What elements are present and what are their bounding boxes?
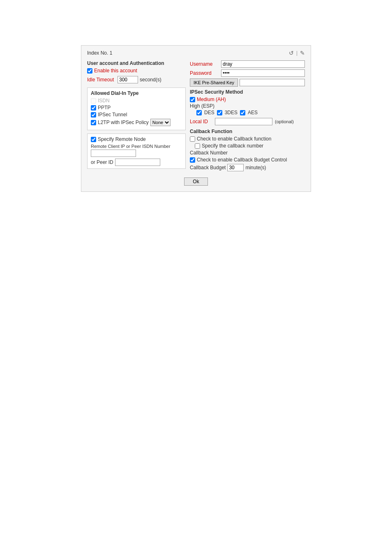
callback-title: Callback Function [190, 129, 305, 134]
callback-budget-input[interactable] [227, 164, 244, 171]
ipsec-tunnel-label: IPSec Tunnel [98, 112, 127, 117]
main-dialog: Index No. 1 ↺ | ✎ User account and Authe… [81, 45, 311, 192]
username-row: Username [190, 60, 305, 68]
peer-id-input[interactable] [115, 159, 160, 166]
callback-budget-unit: minute(s) [245, 165, 266, 170]
ike-key-row: IKE Pre-Shared Key [190, 78, 305, 87]
local-id-optional: (optional) [275, 119, 294, 124]
aes-checkbox[interactable] [240, 110, 245, 115]
enable-account-label: Enable this account [94, 68, 137, 74]
pptp-checkbox[interactable] [91, 105, 96, 111]
ike-key-input[interactable] [240, 79, 305, 86]
edit-icon[interactable]: ✎ [300, 50, 305, 56]
idle-timeout-input[interactable] [118, 76, 138, 83]
idle-timeout-row: Idle Timeout second(s) [87, 76, 186, 83]
budget-control-checkbox[interactable] [190, 157, 195, 163]
idle-timeout-unit: second(s) [140, 77, 161, 83]
des-label: DES [204, 110, 214, 115]
enable-callback-row: Check to enable Callback function [190, 136, 305, 142]
l2tp-label: L2TP with IPSec Policy [98, 120, 149, 125]
password-row: Password [190, 69, 305, 77]
password-label: Password [190, 70, 219, 76]
dialog-title: Index No. 1 [87, 50, 112, 56]
specify-remote-label: Specify Remote Node [98, 136, 146, 142]
3des-checkbox[interactable] [217, 110, 222, 115]
medium-ah-row: Medium (AH) [190, 97, 305, 102]
enable-callback-checkbox[interactable] [190, 136, 195, 142]
3des-group: 3DES [217, 110, 238, 115]
local-id-row: Local ID (optional) [190, 118, 305, 125]
dial-in-box: Allowed Dial-In Type ISDN PPTP IPS [87, 88, 186, 130]
user-auth-title: User account and Authentication [87, 60, 186, 66]
ok-button[interactable]: Ok [184, 177, 208, 186]
enable-account-row: Enable this account [87, 68, 186, 74]
isdn-checkbox[interactable] [91, 98, 96, 104]
idle-timeout-label: Idle Timeout [87, 77, 116, 83]
specify-callback-row: Specify the callback number [190, 143, 305, 149]
specify-remote-checkbox[interactable] [91, 137, 96, 142]
callback-budget-label: Callback Budget [190, 165, 226, 170]
password-input[interactable] [221, 69, 305, 77]
aes-group: AES [240, 110, 258, 115]
refresh-icon[interactable]: ↺ [289, 50, 294, 56]
username-label: Username [190, 61, 219, 67]
des-checkbox[interactable] [196, 110, 202, 115]
dialog-header: Index No. 1 ↺ | ✎ [87, 50, 305, 56]
remote-ip-input[interactable] [91, 150, 136, 157]
budget-control-label: Check to enable Callback Budget Control [197, 157, 287, 163]
ipsec-method-title: IPSec Security Method [190, 89, 305, 95]
l2tp-row: L2TP with IPSec Policy None [91, 119, 182, 126]
local-id-label: Local ID [190, 119, 212, 124]
isdn-label: ISDN [98, 98, 110, 104]
budget-control-row: Check to enable Callback Budget Control [190, 157, 305, 163]
callback-number-label: Callback Number [190, 150, 228, 156]
enable-account-checkbox[interactable] [87, 68, 92, 74]
icon-separator: | [296, 50, 297, 56]
peer-id-row: or Peer ID [91, 159, 182, 166]
ipsec-tunnel-row: IPSec Tunnel [91, 112, 182, 117]
specify-callback-label: Specify the callback number [202, 143, 263, 149]
enable-callback-label: Check to enable Callback function [197, 136, 271, 142]
isdn-row: ISDN [91, 98, 182, 104]
dial-in-title: Allowed Dial-In Type [91, 90, 182, 96]
l2tp-policy-select[interactable]: None [150, 119, 171, 126]
encryption-row: DES 3DES AES [190, 110, 305, 115]
medium-ah-label: Medium (AH) [197, 97, 226, 102]
high-esp-row: High (ESP) [190, 103, 305, 109]
left-panel: User account and Authentication Enable t… [87, 60, 186, 173]
pptp-label: PPTP [98, 105, 111, 111]
specify-callback-checkbox[interactable] [195, 143, 200, 149]
main-content: User account and Authentication Enable t… [87, 60, 305, 173]
des-group: DES [196, 110, 214, 115]
local-id-input[interactable] [215, 118, 272, 125]
high-esp-label: High (ESP) [190, 103, 214, 109]
3des-label: 3DES [225, 110, 238, 115]
callback-number-row: Callback Number [190, 150, 305, 156]
specify-remote-title-row: Specify Remote Node [91, 136, 182, 142]
ok-row: Ok [87, 177, 305, 186]
l2tp-checkbox[interactable] [91, 120, 96, 125]
callback-budget-row: Callback Budget minute(s) [190, 164, 305, 171]
peer-id-label: or Peer ID [91, 159, 113, 165]
ike-key-button[interactable]: IKE Pre-Shared Key [190, 78, 238, 87]
specify-remote-box: Specify Remote Node Remote Client IP or … [87, 134, 186, 169]
ipsec-tunnel-checkbox[interactable] [91, 112, 96, 117]
aes-label: AES [248, 110, 258, 115]
pptp-row: PPTP [91, 105, 182, 111]
right-panel: Username Password IKE Pre-Shared Key IPS… [190, 60, 305, 173]
medium-ah-checkbox[interactable] [190, 97, 195, 102]
username-input[interactable] [221, 60, 305, 68]
header-icons: ↺ | ✎ [289, 50, 305, 56]
remote-ip-label: Remote Client IP or Peer ISDN Number [91, 144, 182, 149]
